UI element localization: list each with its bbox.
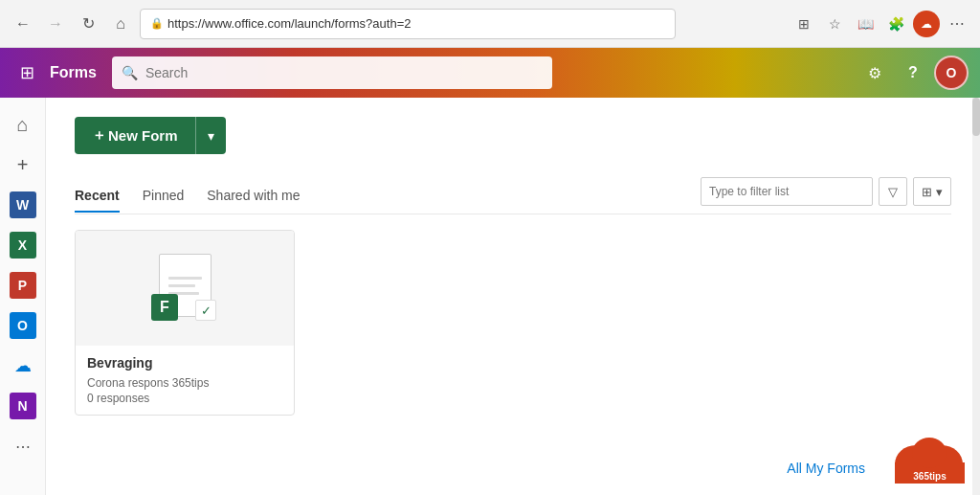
app-topbar: ⊞ Forms 🔍 ⚙ ? O [0, 48, 980, 98]
home-button[interactable]: ⌂ [107, 11, 134, 37]
sidebar-item-onenote[interactable]: N [4, 387, 42, 425]
sidebar-item-add[interactable]: + [4, 146, 42, 184]
address-bar[interactable]: 🔒 https://www.office.com/launch/forms?au… [140, 9, 676, 39]
sidebar-item-excel[interactable]: X [4, 226, 42, 264]
favorites-button[interactable]: ☆ [821, 11, 848, 37]
form-card-info: Bevraging Corona respons 365tips 0 respo… [76, 346, 294, 415]
tab-icon-button[interactable]: ⊞ [791, 11, 817, 37]
view-chevron-icon: ▾ [936, 185, 943, 199]
filter-controls: ▽ ⊞ ▾ [701, 177, 951, 214]
plus-icon: ＋ [92, 126, 106, 145]
form-card-title: Bevraging [87, 355, 282, 371]
app-logo: Forms [50, 64, 97, 81]
grid-view-icon: ⊞ [922, 185, 932, 199]
form-check-badge: ✓ [195, 300, 216, 321]
view-toggle-button[interactable]: ⊞ ▾ [913, 177, 951, 206]
refresh-button[interactable]: ↻ [75, 11, 101, 37]
form-f-badge: F [151, 294, 178, 321]
tab-shared[interactable]: Shared with me [207, 180, 300, 213]
sidebar-item-onedrive[interactable]: ☁ [4, 347, 42, 385]
main-content: ＋ New Form ▾ Recent Pinned Shared with m… [46, 98, 980, 495]
extensions-button[interactable]: 🧩 [882, 11, 909, 37]
reading-list-button[interactable]: 📖 [852, 11, 879, 37]
tabs: Recent Pinned Shared with me [75, 180, 301, 212]
sidebar-item-outlook[interactable]: O [4, 306, 42, 345]
settings-button[interactable]: ⚙ [858, 56, 892, 90]
sidebar: ⌂ + W X P O ☁ N ⋯ [0, 98, 46, 495]
topbar-right: ⚙ ? O [858, 56, 969, 90]
scrollbar-track[interactable] [972, 98, 980, 495]
url-text: https://www.office.com/launch/forms?auth… [167, 16, 411, 31]
new-form-dropdown-button[interactable]: ▾ [195, 117, 226, 154]
back-button[interactable]: ← [10, 11, 36, 37]
search-bar[interactable]: 🔍 [112, 56, 552, 89]
sidebar-item-word[interactable]: W [4, 186, 42, 224]
new-form-group: ＋ New Form ▾ [75, 117, 951, 154]
form-card-responses: 0 responses [87, 392, 282, 405]
form-icon-wrapper: F ✓ [151, 254, 218, 323]
waffle-icon: ⊞ [20, 62, 34, 83]
svg-point-3 [912, 438, 947, 468]
filter-input[interactable] [701, 177, 873, 206]
forward-button[interactable]: → [42, 11, 69, 37]
cloud-badge: 365tips [889, 436, 970, 487]
filter-icon-button[interactable]: ▽ [879, 177, 907, 206]
search-icon: 🔍 [122, 65, 138, 80]
new-form-button[interactable]: ＋ New Form [75, 117, 195, 154]
browser-right-icons: ⊞ ☆ 📖 🧩 ☁ ⋯ [791, 11, 970, 37]
tab-recent[interactable]: Recent [75, 180, 120, 213]
form-card-preview: F ✓ [76, 231, 294, 346]
app-shell: ⌂ + W X P O ☁ N ⋯ ＋ New Form ▾ [0, 98, 980, 495]
tabs-filter-row: Recent Pinned Shared with me ▽ ⊞ ▾ [75, 177, 951, 214]
profile-cloud-button[interactable]: ☁ [913, 11, 940, 37]
all-forms-link[interactable]: All My Forms [787, 461, 865, 476]
sidebar-item-home[interactable]: ⌂ [4, 105, 42, 144]
form-card-subtitle: Corona respons 365tips [87, 376, 282, 390]
waffle-button[interactable]: ⊞ [11, 57, 42, 88]
sidebar-item-powerpoint[interactable]: P [4, 266, 42, 304]
help-button[interactable]: ? [896, 56, 930, 90]
user-avatar[interactable]: O [934, 56, 969, 90]
lock-icon: 🔒 [150, 17, 164, 30]
filter-icon: ▽ [888, 185, 898, 199]
forms-grid: F ✓ Bevraging Corona respons 365tips 0 r… [75, 230, 951, 416]
new-form-label: New Form [108, 127, 178, 144]
form-card-bevraging[interactable]: F ✓ Bevraging Corona respons 365tips 0 r… [75, 230, 295, 416]
cloud-badge-text: 365tips [913, 471, 946, 482]
browser-chrome: ← → ↻ ⌂ 🔒 https://www.office.com/launch/… [0, 0, 980, 48]
scrollbar-thumb[interactable] [972, 98, 980, 136]
sidebar-item-more[interactable]: ⋯ [4, 427, 42, 465]
browser-more-button[interactable]: ⋯ [944, 11, 970, 37]
search-input[interactable] [145, 65, 543, 80]
tab-pinned[interactable]: Pinned [143, 180, 185, 213]
